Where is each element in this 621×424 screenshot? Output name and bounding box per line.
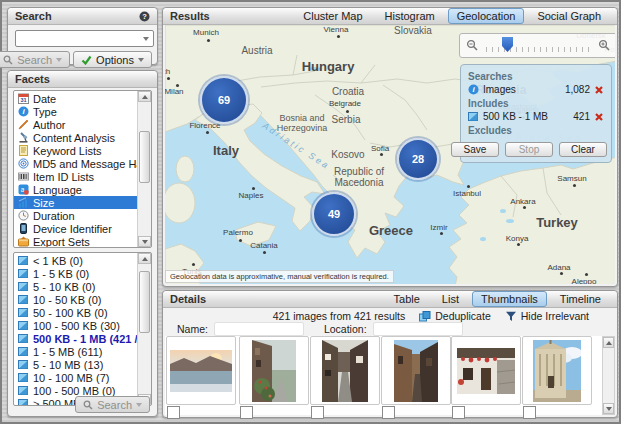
help-icon[interactable]: ? <box>139 11 150 22</box>
thumbnail-checkbox[interactable] <box>452 406 465 419</box>
remove-icon[interactable] <box>594 85 604 95</box>
thumbnail-flower-house[interactable] <box>451 336 521 405</box>
tab-thumbnails[interactable]: Thumbnails <box>472 291 547 307</box>
search-input[interactable] <box>15 30 154 47</box>
map-city-dot <box>167 77 170 80</box>
map-cluster-28[interactable]: 28 <box>397 138 439 180</box>
thumbnail-sea-sunset[interactable] <box>166 336 236 405</box>
map-status-text: Geolocation data is approximative, manua… <box>165 270 394 283</box>
thumbnail-checkbox[interactable] <box>240 406 253 419</box>
pen-icon <box>17 119 29 130</box>
thumbnail-checkbox[interactable] <box>382 406 395 419</box>
thumbnail-checkbox[interactable] <box>311 406 324 419</box>
name-filter-label: Name: <box>177 323 208 335</box>
details-panel-title: Details <box>170 293 206 305</box>
size-value-row[interactable]: 1 - 5 MB (611) <box>14 345 138 358</box>
size-value-row[interactable]: 10 - 50 KB (0) <box>14 293 138 306</box>
stop-button[interactable]: Stop <box>505 142 553 157</box>
size-list-scrollbar[interactable] <box>137 253 151 405</box>
thumbnail-alley[interactable] <box>381 336 451 405</box>
facet-item-type[interactable]: iType <box>14 105 138 118</box>
facet-item-md5-and-message-hash[interactable]: MD5 and Message Hash <box>14 157 138 170</box>
zoom-ticks <box>486 47 591 52</box>
results-panel-title: Results <box>170 10 210 22</box>
size-value-row[interactable]: 10 - 100 MB (7) <box>14 371 138 384</box>
size-value-row[interactable]: 5 - 10 KB (0) <box>14 280 138 293</box>
svg-text:a: a <box>20 186 24 193</box>
thumbnail-strip <box>165 336 602 415</box>
chevron-down-icon <box>138 58 144 62</box>
facet-item-date[interactable]: 31Date <box>14 92 138 105</box>
clear-button[interactable]: Clear <box>559 142 607 157</box>
map-city-dot <box>346 110 349 113</box>
folder-icon <box>17 307 29 318</box>
hide-irrelevant-button[interactable]: Hide Irrelevant <box>505 310 589 322</box>
barcode-icon <box>17 171 29 182</box>
tab-geolocation[interactable]: Geolocation <box>448 8 525 24</box>
facet-item-item-id-lists[interactable]: Item ID Lists <box>14 170 138 183</box>
facet-item-export-sets[interactable]: Export Sets <box>14 235 138 248</box>
check-icon <box>81 55 92 65</box>
name-filter-input[interactable] <box>214 322 304 336</box>
map-city-dot <box>467 185 470 188</box>
search-button[interactable]: Search <box>0 51 70 68</box>
facet-item-device-identifier[interactable]: Device Identifier <box>14 222 138 235</box>
size-value-row[interactable]: 1 - 5 KB (0) <box>14 267 138 280</box>
tab-histogram[interactable]: Histogram <box>376 8 444 24</box>
map-cluster-49[interactable]: 49 <box>312 192 356 236</box>
size-value-row[interactable]: 500 KB - 1 MB (421 / 421) <box>14 332 138 345</box>
info-icon: i <box>17 106 29 117</box>
search-panel: Search ? Search Options <box>7 7 158 65</box>
note-icon <box>17 145 29 156</box>
facet-list: 31DateiTypeAuthorContent AnalysisKeyword… <box>13 90 152 248</box>
options-button[interactable]: Options <box>73 51 152 68</box>
includes-label: Includes <box>468 98 604 109</box>
map-city-dot <box>585 273 588 276</box>
facet-item-keyword-lists[interactable]: Keyword Lists <box>14 144 138 157</box>
map-city-dot <box>337 35 340 38</box>
size-value-row[interactable]: 5 - 10 MB (13) <box>14 358 138 371</box>
thumbnail-street-flowers[interactable] <box>239 336 309 405</box>
folder-icon <box>17 281 29 292</box>
facet-item-language[interactable]: aLanguage <box>14 183 138 196</box>
details-scrollbar[interactable] <box>602 336 615 415</box>
funnel-icon <box>505 311 517 322</box>
tab-social-graph[interactable]: Social Graph <box>528 8 610 24</box>
thumbnail-checkbox[interactable] <box>523 406 536 419</box>
deduplicate-icon <box>419 311 431 322</box>
thumbnail-cobbled-street[interactable] <box>310 336 380 405</box>
chart-icon <box>17 197 29 208</box>
thumbnail-checkbox[interactable] <box>167 406 180 419</box>
facet-item-author[interactable]: Author <box>14 118 138 131</box>
tab-cluster-map[interactable]: Cluster Map <box>294 8 371 24</box>
zoom-in-icon[interactable] <box>598 39 611 52</box>
size-value-row[interactable]: 100 - 500 KB (30) <box>14 319 138 332</box>
size-value-row[interactable]: 50 - 100 KB (0) <box>14 306 138 319</box>
tab-timeline[interactable]: Timeline <box>551 291 610 307</box>
thumbnail-church[interactable] <box>522 336 592 405</box>
folder-icon <box>17 346 29 357</box>
size-value-row[interactable]: < 1 KB (0) <box>14 254 138 267</box>
facet-list-scrollbar[interactable] <box>137 91 151 247</box>
zoom-out-icon[interactable] <box>466 39 479 52</box>
map-city-dot <box>523 206 526 209</box>
deduplicate-button[interactable]: Deduplicate <box>419 310 490 322</box>
search-icon <box>83 400 93 410</box>
folder-icon <box>17 255 29 266</box>
map-city-dot <box>252 187 255 190</box>
results-panel: Results Cluster MapHistogramGeolocationS… <box>162 7 618 287</box>
microscope-icon <box>17 132 29 143</box>
tab-table[interactable]: Table <box>385 291 429 307</box>
tab-list[interactable]: List <box>433 291 468 307</box>
save-button[interactable]: Save <box>451 142 499 157</box>
folder-icon <box>17 359 29 370</box>
remove-icon[interactable] <box>594 112 604 122</box>
location-filter-input[interactable] <box>373 322 463 336</box>
geolocation-map[interactable]: HungaryRomaniaItalyGreeceTurkeyAustriaSl… <box>165 25 615 284</box>
facet-search-button[interactable]: Search <box>75 396 150 413</box>
facet-item-duration[interactable]: Duration <box>14 209 138 222</box>
map-zoom-bar[interactable] <box>459 33 615 58</box>
facet-item-size[interactable]: Size <box>14 196 138 209</box>
map-cluster-69[interactable]: 69 <box>200 76 248 124</box>
facet-item-content-analysis[interactable]: Content Analysis <box>14 131 138 144</box>
